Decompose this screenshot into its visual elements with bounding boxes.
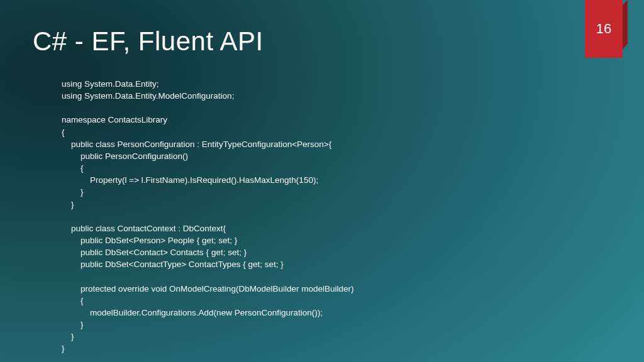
code-block: using System.Data.Entity; using System.D… xyxy=(33,78,644,355)
slide: 16 C# - EF, Fluent API using System.Data… xyxy=(0,0,644,362)
page-number: 16 xyxy=(596,21,611,37)
page-number-badge: 16 xyxy=(585,0,623,58)
slide-title: C# - EF, Fluent API xyxy=(33,26,644,57)
